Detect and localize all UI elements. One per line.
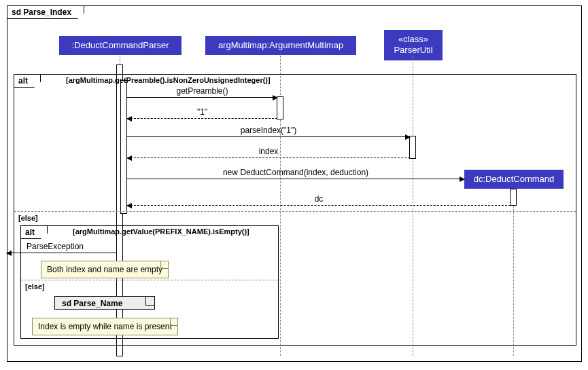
msg-getpreamble-arrow bbox=[127, 97, 277, 98]
note-index-empty: Index is empty while name is present bbox=[32, 318, 178, 335]
arrowhead-icon bbox=[126, 116, 132, 122]
diagram-title-text: sd Parse_Index bbox=[12, 7, 71, 17]
msg-parseindex-arrow bbox=[127, 136, 410, 137]
arrowhead-icon bbox=[460, 177, 465, 182]
msg-retdc: dc bbox=[127, 194, 511, 204]
lifeline-multimap-head: argMultimap:ArgumentMultimap bbox=[205, 36, 356, 55]
inner-alt-guard: [argMultimap.getValue(PREFIX_NAME).isEmp… bbox=[73, 227, 249, 236]
alt-guard: [argMultimap.getPreamble().isNonZeroUnsi… bbox=[66, 76, 271, 84]
msg-exception-arrow bbox=[7, 253, 117, 253]
msg-newdc-arrow bbox=[127, 179, 464, 179]
msg-getpreamble: getPreamble() bbox=[127, 86, 277, 96]
inner-alt-guard-text: [argMultimap.getValue(PREFIX_NAME).isEmp… bbox=[73, 227, 249, 236]
arrowhead-icon bbox=[126, 203, 132, 208]
arrowhead-icon bbox=[126, 155, 132, 161]
msg-newdc: new DeductCommand(index, deduction) bbox=[127, 168, 464, 177]
msg-getpreamble-text: getPreamble() bbox=[176, 86, 228, 96]
msg-retindex: index bbox=[127, 147, 410, 156]
inner-alt-divider bbox=[21, 280, 278, 280]
alt-guard-text: [argMultimap.getPreamble().isNonZeroUnsi… bbox=[66, 76, 271, 84]
ref-parse-name: sd Parse_Name bbox=[54, 296, 155, 310]
alt-else: [else] bbox=[18, 214, 38, 222]
msg-exception-text: ParseException bbox=[27, 242, 84, 251]
arrowhead-icon bbox=[6, 251, 12, 256]
inner-alt-else: [else] bbox=[25, 282, 45, 291]
note-index-empty-text: Index is empty while name is present bbox=[38, 322, 172, 331]
ref-label-text: sd Parse_Name bbox=[62, 299, 122, 308]
arrowhead-icon bbox=[273, 95, 278, 100]
alt-else-text: [else] bbox=[18, 214, 38, 222]
ref-corner-fold bbox=[145, 297, 154, 306]
lifeline-util-stereo: «class» bbox=[398, 34, 428, 44]
note-both-empty-text: Both index and name are empty bbox=[47, 265, 162, 274]
msg-ret1-arrow bbox=[127, 118, 277, 119]
msg-parseindex-text: parseIndex("1") bbox=[241, 126, 297, 135]
alt-label-text: alt bbox=[18, 76, 28, 86]
msg-retindex-text: index bbox=[259, 147, 279, 156]
lifeline-util-head: «class» ParserUtil bbox=[384, 30, 443, 60]
inner-alt-label-text: alt bbox=[25, 227, 35, 237]
msg-ret1: "1" bbox=[127, 107, 277, 117]
alt-divider bbox=[14, 211, 576, 212]
inner-alt-label: alt bbox=[21, 226, 48, 239]
lifeline-multimap-label: argMultimap:ArgumentMultimap bbox=[218, 40, 343, 50]
alt-label: alt bbox=[14, 75, 41, 88]
msg-parseindex: parseIndex("1") bbox=[127, 126, 410, 135]
msg-retindex-arrow bbox=[127, 158, 410, 158]
arrowhead-icon bbox=[405, 134, 411, 140]
msg-exception: ParseException bbox=[27, 242, 115, 251]
note-both-empty: Both index and name are empty bbox=[41, 261, 169, 278]
lifeline-util-label: ParserUtil bbox=[394, 45, 432, 55]
lifeline-parser-label: :DeductCommandParser bbox=[71, 40, 169, 50]
diagram-title: sd Parse_Index bbox=[7, 6, 84, 19]
lifeline-parser-head: :DeductCommandParser bbox=[59, 36, 181, 55]
msg-ret1-text: "1" bbox=[197, 107, 207, 117]
ref-label: sd Parse_Name bbox=[58, 297, 126, 310]
msg-newdc-text: new DeductCommand(index, deduction) bbox=[223, 168, 368, 177]
msg-retdc-text: dc bbox=[315, 194, 324, 204]
msg-retdc-arrow bbox=[127, 205, 511, 206]
inner-alt-else-text: [else] bbox=[25, 282, 45, 291]
